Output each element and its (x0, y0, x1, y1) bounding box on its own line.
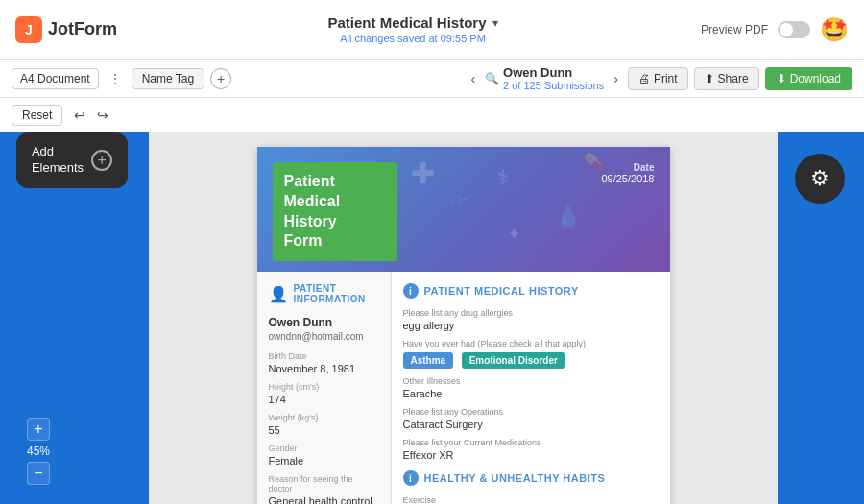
add-elements-button[interactable]: Add Elements + (16, 132, 128, 188)
nav-next-arrow[interactable]: › (610, 69, 622, 88)
name-tag-tab[interactable]: Name Tag (132, 68, 204, 89)
exercise-label: Exercise (403, 495, 659, 504)
date-value: 09/25/2018 (601, 173, 654, 184)
medical-history-title: PATIENT MEDICAL HISTORY (424, 285, 579, 297)
habits-title: HEALTHY & UNHEALTHY HABITS (424, 472, 606, 484)
form-title-box: Patient Medical History Form (273, 162, 397, 261)
submission-name: Owen Dunn (503, 65, 604, 80)
condition-asthma-tag: Asthma (403, 352, 454, 369)
submission-nav: ‹ 🔍 Owen Dunn 2 of 125 Submissions › (467, 65, 622, 91)
zoom-out-button[interactable]: − (27, 462, 50, 485)
zoom-level: 45% (27, 444, 50, 458)
patient-person-icon: 👤 (269, 285, 288, 303)
zoom-controls: + 45% − (27, 418, 50, 485)
saved-status: All changes saved at 09:55 PM (340, 33, 486, 44)
top-right: Preview PDF 🤩 (695, 16, 849, 43)
add-elements-label: Add (32, 144, 84, 160)
patient-email: owndnn@hotmail.com (269, 331, 379, 342)
allergy-answer: egg allergy (403, 320, 659, 331)
form-title-area[interactable]: Patient Medical History ▾ (327, 14, 497, 31)
top-bar: J JotForm Patient Medical History ▾ All … (0, 0, 864, 60)
habits-info-icon: i (403, 470, 419, 486)
undo-redo-controls: ↩ ↪ (70, 106, 112, 125)
reset-button[interactable]: Reset (12, 105, 62, 126)
operations-answer: Cataract Surgery (403, 419, 659, 430)
zoom-in-button[interactable]: + (27, 418, 50, 441)
medical-history-column: i PATIENT MEDICAL HISTORY Please list an… (392, 272, 670, 504)
gender-value: Female (269, 455, 379, 467)
settings-button[interactable]: ⚙ (795, 154, 845, 204)
form-card: ✚ ⚕ 💊 🩺 💧 ✦ Patient Medical History Form… (257, 147, 670, 504)
main-content: ✚ ⚕ 💊 🩺 💧 ✦ Patient Medical History Form… (149, 132, 778, 504)
condition-emotional-disorder-tag: Emotional Disorder (462, 352, 565, 369)
patient-name: Owen Dunn (269, 316, 379, 329)
height-label: Height (cm's) (269, 382, 379, 392)
second-bar: A4 Document ⋮ Name Tag + ‹ 🔍 Owen Dunn 2… (0, 60, 864, 98)
patient-info-column: 👤 PATIENT INFORMATION Owen Dunn owndnn@h… (257, 272, 392, 504)
tab-options-dots[interactable]: ⋮ (105, 69, 126, 88)
printer-icon: 🖨 (638, 72, 650, 85)
reason-value: General health control (269, 495, 379, 504)
print-button[interactable]: 🖨 Print (628, 67, 688, 90)
reason-label: Reason for seeing the doctor (269, 474, 379, 493)
action-buttons: 🖨 Print ⬆ Share ⬇ Download (628, 67, 852, 90)
birth-date-value: November 8, 1981 (269, 363, 379, 374)
date-label: Date (601, 162, 654, 173)
redo-button[interactable]: ↪ (93, 106, 112, 125)
allergy-label: Please list any drug allergies (403, 308, 659, 318)
nav-prev-arrow[interactable]: ‹ (467, 69, 479, 88)
preview-pdf-label: Preview PDF (701, 23, 768, 36)
conditions-tags: Asthma Emotional Disorder (403, 350, 659, 369)
logo-icon: J (15, 16, 42, 43)
third-bar: Reset ↩ ↪ (0, 98, 864, 132)
gender-label: Gender (269, 444, 379, 453)
medications-label: Please list your Current Medications (403, 438, 659, 447)
patient-info-header: 👤 PATIENT INFORMATION (269, 283, 379, 304)
conditions-label: Have you ever had (Please check all that… (403, 339, 659, 348)
add-tab-button[interactable]: + (210, 68, 231, 89)
logo-text: JotForm (48, 19, 117, 39)
form-header: ✚ ⚕ 💊 🩺 💧 ✦ Patient Medical History Form… (257, 147, 670, 272)
form-date-area: Date 09/25/2018 (601, 162, 654, 184)
form-header-title: Patient Medical History Form (284, 172, 386, 252)
a4-document-tab[interactable]: A4 Document (12, 68, 99, 89)
habits-section-header: i HEALTHY & UNHEALTHY HABITS (403, 470, 659, 486)
operations-label: Please list any Operations (403, 407, 659, 417)
illness-answer: Earache (403, 388, 659, 399)
title-dropdown-arrow[interactable]: ▾ (492, 16, 498, 30)
undo-button[interactable]: ↩ (70, 106, 89, 125)
download-button[interactable]: ⬇ Download (765, 67, 852, 90)
medications-answer: Effexor XR (403, 449, 659, 461)
top-center: Patient Medical History ▾ All changes sa… (131, 14, 695, 44)
left-panel: Add Elements + (19, 132, 125, 188)
add-elements-plus-icon: + (91, 150, 112, 171)
height-value: 174 (269, 394, 379, 405)
share-icon: ⬆ (705, 72, 714, 85)
download-icon: ⬇ (777, 72, 786, 85)
submission-count: 2 of 125 Submissions (503, 80, 604, 91)
patient-info-section-title: PATIENT INFORMATION (294, 283, 379, 304)
right-settings: ⚙ (795, 154, 845, 204)
illness-label: Other Illnesses (403, 376, 659, 386)
medical-history-info-icon: i (403, 283, 419, 299)
logo-area: J JotForm (15, 16, 131, 43)
share-button[interactable]: ⬆ Share (694, 67, 759, 90)
user-avatar[interactable]: 🤩 (820, 16, 849, 43)
add-elements-label2: Elements (32, 160, 84, 177)
preview-toggle[interactable] (778, 21, 810, 38)
birth-date-label: Birth Date (269, 351, 379, 361)
form-title: Patient Medical History (327, 14, 486, 31)
form-body: 👤 PATIENT INFORMATION Owen Dunn owndnn@h… (257, 272, 670, 504)
search-icon: 🔍 (485, 72, 499, 85)
weight-label: Weight (kg's) (269, 413, 379, 422)
medical-history-section-header: i PATIENT MEDICAL HISTORY (403, 283, 659, 299)
weight-value: 55 (269, 424, 379, 436)
